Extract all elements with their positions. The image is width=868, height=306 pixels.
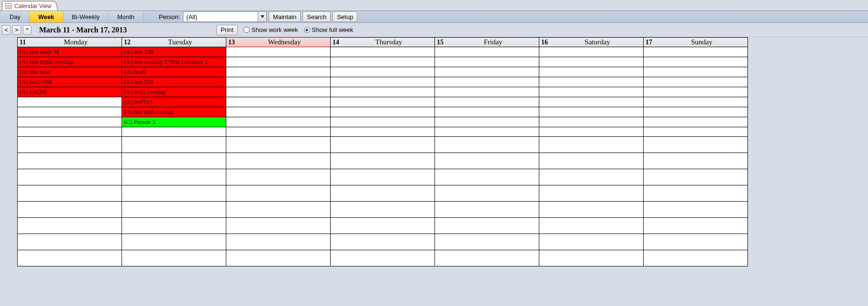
cell[interactable]: [331, 67, 435, 77]
maintain-button[interactable]: Maintain: [269, 11, 301, 22]
cell[interactable]: [539, 127, 644, 137]
cell[interactable]: (A) test1-5M: [18, 77, 122, 87]
cell[interactable]: [539, 117, 644, 127]
cell[interactable]: [644, 137, 748, 153]
cell[interactable]: [122, 202, 226, 218]
cell[interactable]: [331, 47, 435, 57]
cell[interactable]: [539, 153, 644, 169]
event[interactable]: (A) test2 overlap: [122, 87, 226, 97]
cell[interactable]: [539, 97, 644, 107]
day-header-fri[interactable]: 15Friday: [435, 38, 539, 47]
cell[interactable]: [122, 185, 226, 202]
person-combo[interactable]: (All): [183, 11, 267, 22]
event[interactable]: (A) test 530: [122, 77, 226, 87]
cell[interactable]: [226, 137, 331, 153]
cell[interactable]: [644, 47, 748, 57]
cell[interactable]: [226, 67, 331, 77]
cell[interactable]: [644, 117, 748, 127]
cell[interactable]: [539, 234, 644, 250]
cell[interactable]: [435, 107, 539, 117]
cell[interactable]: [122, 137, 226, 153]
cell[interactable]: (A) test new: [18, 67, 122, 77]
search-button[interactable]: Search: [303, 11, 331, 22]
cell[interactable]: (A) test mid overlap: [122, 107, 226, 117]
cell[interactable]: [331, 77, 435, 87]
cell[interactable]: [435, 169, 539, 185]
cell[interactable]: [331, 137, 435, 153]
cell[interactable]: [331, 250, 435, 266]
cell[interactable]: [539, 67, 644, 77]
cell[interactable]: [331, 107, 435, 117]
cell[interactable]: [331, 57, 435, 67]
cell[interactable]: [226, 153, 331, 169]
cell[interactable]: (A) test 330: [122, 47, 226, 57]
cell[interactable]: (A) test early M: [18, 47, 122, 57]
day-header-wed[interactable]: 13Wednesday: [226, 38, 331, 47]
cell[interactable]: [331, 127, 435, 137]
cell[interactable]: [644, 234, 748, 250]
view-day-button[interactable]: Day: [1, 11, 30, 22]
cell[interactable]: [435, 234, 539, 250]
day-header-thu[interactable]: 14Thursday: [331, 38, 435, 47]
cell[interactable]: [18, 202, 122, 218]
radio-show-work-week[interactable]: Show work week: [243, 26, 298, 33]
cell[interactable]: [226, 57, 331, 67]
cell[interactable]: (A) test overlap 2-Test Location 1: [122, 57, 226, 67]
cell[interactable]: [122, 218, 226, 234]
event[interactable]: (A) test overlap 2-Test Location 1: [122, 57, 226, 67]
cell[interactable]: [18, 218, 122, 234]
cell[interactable]: [226, 250, 331, 266]
cell[interactable]: [226, 97, 331, 107]
cell[interactable]: (A) test3M: [18, 87, 122, 97]
cell[interactable]: [539, 250, 644, 266]
view-biweekly-button[interactable]: Bi-Weekly: [63, 11, 109, 22]
cell[interactable]: [644, 57, 748, 67]
cell[interactable]: [644, 77, 748, 87]
cell[interactable]: [435, 185, 539, 202]
cell[interactable]: [435, 137, 539, 153]
cell[interactable]: [644, 202, 748, 218]
cell[interactable]: [18, 234, 122, 250]
cell[interactable]: [435, 97, 539, 107]
cell[interactable]: [331, 117, 435, 127]
cell[interactable]: (A) test2 overlap: [122, 87, 226, 97]
event[interactable]: (A) test early M: [18, 47, 121, 57]
cell[interactable]: [539, 202, 644, 218]
cell[interactable]: [226, 47, 331, 57]
nav-next-button[interactable]: >: [12, 25, 21, 35]
cell[interactable]: [539, 185, 644, 202]
cell[interactable]: [18, 137, 122, 153]
cell[interactable]: [435, 153, 539, 169]
cell[interactable]: [331, 185, 435, 202]
day-header-mon[interactable]: 11Monday: [18, 38, 122, 47]
cell[interactable]: [644, 250, 748, 266]
cell[interactable]: [644, 185, 748, 202]
cell[interactable]: [435, 250, 539, 266]
cell[interactable]: [539, 169, 644, 185]
cell[interactable]: [539, 57, 644, 67]
cell[interactable]: [226, 218, 331, 234]
cell[interactable]: [539, 47, 644, 57]
cell[interactable]: [539, 218, 644, 234]
view-week-button[interactable]: Week: [30, 11, 63, 22]
cell[interactable]: [331, 153, 435, 169]
print-button[interactable]: Print: [216, 25, 238, 35]
cell[interactable]: [644, 127, 748, 137]
cell[interactable]: [18, 127, 122, 137]
cell[interactable]: [226, 117, 331, 127]
event[interactable]: (A) test new: [18, 67, 121, 77]
cell[interactable]: (A) test triple overlap: [18, 57, 122, 67]
nav-prev-button[interactable]: <: [2, 25, 10, 35]
cell[interactable]: [18, 250, 122, 266]
cell[interactable]: [435, 127, 539, 137]
cell[interactable]: [226, 107, 331, 117]
radio-show-full-week[interactable]: Show full week: [304, 26, 353, 33]
cell[interactable]: [18, 117, 122, 127]
nav-up-button[interactable]: ^: [23, 25, 31, 35]
cell[interactable]: [226, 202, 331, 218]
cell[interactable]: [122, 153, 226, 169]
cell[interactable]: (A) testTu1: [122, 97, 226, 107]
cell[interactable]: [226, 234, 331, 250]
cell[interactable]: [331, 87, 435, 97]
cell[interactable]: [435, 77, 539, 87]
